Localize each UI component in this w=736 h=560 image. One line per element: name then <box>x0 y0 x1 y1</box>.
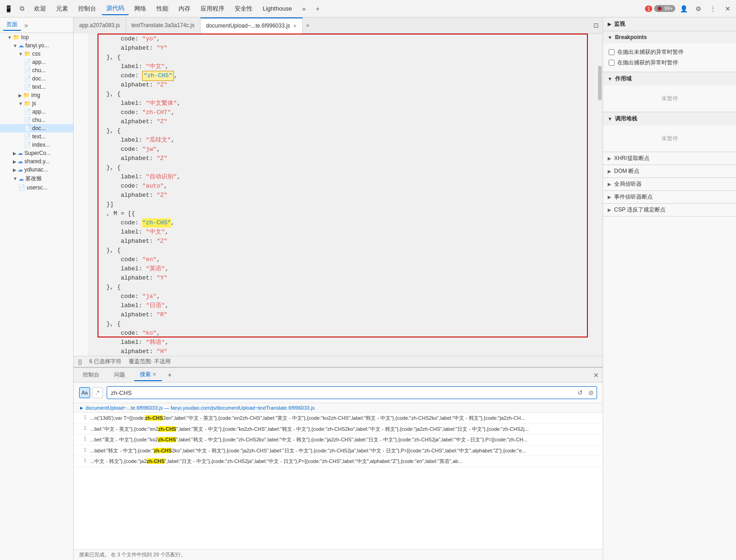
bottom-tab-issues[interactable]: 问题 <box>109 369 131 381</box>
tree-item-doc-css[interactable]: 📄 doc... <box>0 74 73 83</box>
tree-item-top[interactable]: ▼ 📁 top <box>0 33 73 41</box>
sidebar-tab-page[interactable]: 页面 <box>3 19 21 31</box>
panel-xhr-header[interactable]: ▶ XHR/提取断点 <box>603 152 736 165</box>
tree-label: usersc... <box>27 184 47 191</box>
line-num <box>76 154 85 163</box>
expand-editor-btn[interactable]: ⊡ <box>590 22 603 29</box>
search-result-item[interactable]: 1 ...bel:"中文 - 英文"},{code:"en2zh-CHS",la… <box>74 424 603 435</box>
file-icon: 📄 <box>24 142 31 148</box>
panel-section-header-callstack[interactable]: ▼ 调用堆栈 <box>603 112 736 126</box>
tree-item-app-js[interactable]: 📄 app... <box>0 108 73 116</box>
bottom-tab-console[interactable]: 控制台 <box>77 369 105 381</box>
tree-item-chu-css[interactable]: 📄 chu... <box>0 66 73 74</box>
checkbox-caught: 在抛出捕获的异常时暂停 <box>609 57 730 68</box>
tab-document-upload[interactable]: documentUpload~...te.6f996033.js ✕ <box>201 17 303 34</box>
tree-label: shared.y... <box>24 158 50 165</box>
regex-btn[interactable]: .* <box>92 387 103 398</box>
tree-item-ydlunac[interactable]: ▶ ☁ ydlunac... <box>0 166 73 174</box>
search-result-item[interactable]: 1 ...中文 - 韩文"},{code:"ja2zh-CHS",label:"… <box>74 456 603 467</box>
line-num <box>76 329 85 338</box>
tree-item-index[interactable]: 📄 index... <box>0 141 73 149</box>
code-lines[interactable]: code: "yo", alphabet: "Y" }, { <box>88 34 597 356</box>
tree-item-img[interactable]: ▶ 📁 img <box>0 91 73 99</box>
menu-bar-right: 1 🐞 99+ 👤 ⚙ ⋮ ✕ <box>645 2 734 15</box>
case-sensitive-btn[interactable]: Aa <box>79 387 90 398</box>
tree-arrow: ▶ <box>18 93 22 98</box>
code-line: label: "瓜哇文", <box>92 136 597 145</box>
coverage-info: 覆盖范围: 不适用 <box>129 358 171 366</box>
line-num <box>76 108 85 117</box>
menu-performance[interactable]: 性能 <box>152 3 173 15</box>
tree-item-chu-js[interactable]: 📄 chu... <box>0 116 73 124</box>
editor-scrollbar[interactable] <box>597 34 603 356</box>
tree-item-shared[interactable]: ▶ ☁ shared.y... <box>0 157 73 166</box>
menu-memory[interactable]: 内存 <box>174 3 195 15</box>
panel-event-header[interactable]: ▶ 事件侦听器断点 <box>603 191 736 203</box>
tree-item-tampermonkey[interactable]: ▼ ☁ 篡改猴 <box>0 174 73 183</box>
search-result-item[interactable]: 1 ...bel:"英文 - 中文"},{code:"ko2zh-CHS",la… <box>74 434 603 446</box>
tree-item-js[interactable]: ▼ 📁 js <box>0 99 73 108</box>
panel-section-header-breakpoints[interactable]: ▼ Breakpoints <box>603 31 736 43</box>
devtools-icon[interactable]: 📱 <box>2 2 15 15</box>
more-tabs-icon[interactable]: » <box>298 2 310 15</box>
tab-app[interactable]: app.a207a083.js <box>74 17 126 34</box>
bottom-tab-search[interactable]: 搜索 ✕ <box>134 369 162 381</box>
add-panel-tab[interactable]: + <box>166 371 173 379</box>
search-tab-close[interactable]: ✕ <box>152 371 156 377</box>
result-count: 1 <box>79 425 86 431</box>
more-options-icon[interactable]: ⋮ <box>707 2 719 15</box>
cloud-icon: ☁ <box>17 158 23 165</box>
tab-label: documentUpload~...te.6f996033.js <box>206 23 290 29</box>
tree-arrow: ▼ <box>13 43 17 48</box>
line-num <box>76 44 85 53</box>
search-result-item[interactable]: 1 ...label:"韩文 - 中文"},{code:"zh-CHS2ko",… <box>74 446 603 457</box>
search-result-item[interactable]: 1 ...n('13d5');var T=[{code:zh-CHS2en",l… <box>74 413 603 424</box>
panel-dom-header[interactable]: ▶ DOM 断点 <box>603 165 736 177</box>
dock-icon[interactable]: ⧉ <box>16 2 29 15</box>
line-num <box>76 228 85 237</box>
tab-close-icon[interactable]: ✕ <box>293 23 297 29</box>
menu-console[interactable]: 控制台 <box>74 3 101 15</box>
clear-search-btn[interactable]: ⊘ <box>586 389 597 396</box>
tree-label: top <box>21 34 29 40</box>
menu-elements[interactable]: 元素 <box>52 3 73 15</box>
panel-section-label: DOM 断点 <box>614 167 639 175</box>
tree-item-css[interactable]: ▼ 📁 css <box>0 50 73 58</box>
tree-item-text-js[interactable]: 📄 text... <box>0 132 73 141</box>
panel-section-header-watch[interactable]: ▶ 监视 <box>603 17 736 31</box>
tree-item-usersc[interactable]: 📄 usersc... <box>0 183 73 192</box>
line-num <box>76 99 85 108</box>
close-devtools-icon[interactable]: ✕ <box>721 2 734 15</box>
search-result-path[interactable]: ► documentUpload~...te.6f996033.js — fan… <box>74 403 603 413</box>
close-bottom-panel[interactable]: ✕ <box>593 371 599 379</box>
uncaught-checkbox[interactable] <box>609 49 615 55</box>
settings-icon[interactable]: ⚙ <box>692 2 705 15</box>
menu-security[interactable]: 安全性 <box>230 3 257 15</box>
tabs-overflow-icon[interactable]: » <box>303 22 313 29</box>
sidebar-more-icon[interactable]: » <box>23 20 29 30</box>
refresh-search-btn[interactable]: ↺ <box>575 389 586 396</box>
tab-text-translate[interactable]: textTranslate.3a3a174c.js <box>126 17 201 34</box>
tree-item-superco[interactable]: ▶ ☁ SuperCo... <box>0 149 73 157</box>
add-tab-icon[interactable]: + <box>311 2 324 15</box>
user-icon[interactable]: 👤 <box>677 2 690 15</box>
code-content: code: "yo", alphabet: "Y" }, { <box>74 34 597 356</box>
search-input[interactable] <box>107 389 575 396</box>
panel-csp-header[interactable]: ▶ CSP 违反了规定断点 <box>603 204 736 216</box>
checkbox-label: 在抛出未捕获的异常时暂停 <box>617 48 684 56</box>
menu-welcome[interactable]: 欢迎 <box>29 3 51 15</box>
panel-global-header[interactable]: ▶ 全局侦听器 <box>603 178 736 190</box>
menu-network[interactable]: 网络 <box>130 3 151 15</box>
panel-section-header-scope[interactable]: ▼ 作用域 <box>603 72 736 86</box>
tree-item-text-css[interactable]: 📄 text... <box>0 83 73 91</box>
menu-source[interactable]: 源代码 <box>102 2 129 15</box>
line-num <box>76 53 85 62</box>
tree-item-fanyi[interactable]: ▼ ☁ fanyi.yo... <box>0 41 73 50</box>
tree-item-doc-js[interactable]: 📄 doc... <box>0 124 73 132</box>
menu-lighthouse[interactable]: Lighthouse <box>258 3 297 14</box>
scrollbar-thumb[interactable] <box>598 66 602 100</box>
tree-item-app-css[interactable]: 📄 app... <box>0 58 73 66</box>
menu-application[interactable]: 应用程序 <box>196 3 229 15</box>
file-icon: 📄 <box>24 84 31 90</box>
caught-checkbox[interactable] <box>609 60 615 66</box>
